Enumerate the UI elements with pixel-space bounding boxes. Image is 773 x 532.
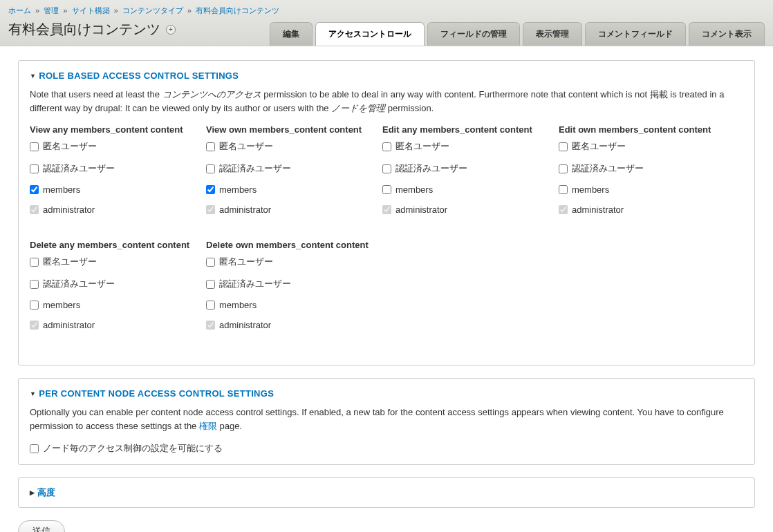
pernode-desc-post: page. <box>217 421 242 431</box>
role-label[interactable]: members <box>572 184 609 195</box>
breadcrumb-structure[interactable]: サイト構築 <box>72 6 110 15</box>
advanced-title[interactable]: ▶ 高度 <box>30 486 743 499</box>
checkbox-edit-own-admin <box>559 205 568 214</box>
perm-col-view-any: View any members_content content 匿名ユーザー … <box>30 124 206 225</box>
perm-header: Delete any members_content content <box>30 240 206 250</box>
checkbox-view-any-members[interactable] <box>30 185 39 194</box>
collapse-icon: ▼ <box>30 390 36 397</box>
pernode-checkbox-label[interactable]: ノード毎のアクセス制御の設定を可能にする <box>43 442 223 455</box>
checkbox-view-own-anon[interactable] <box>206 142 215 151</box>
checkbox-view-any-auth[interactable] <box>30 164 39 173</box>
role-label[interactable]: 匿名ユーザー <box>395 140 449 153</box>
breadcrumb-sep: » <box>187 6 192 15</box>
role-settings-title[interactable]: ▼ ROLE BASED ACCESS CONTROL SETTINGS <box>30 70 743 81</box>
role-label[interactable]: 匿名ユーザー <box>219 140 273 153</box>
tab-display[interactable]: 表示管理 <box>523 22 582 46</box>
role-label[interactable]: members <box>395 184 433 195</box>
note-post: permission. <box>385 103 434 113</box>
checkbox-view-any-anon[interactable] <box>30 142 39 151</box>
breadcrumb: ホーム » 管理 » サイト構築 » コンテンツタイプ » 有料会員向けコンテン… <box>8 6 765 16</box>
role-label[interactable]: 認証済みユーザー <box>219 278 291 290</box>
breadcrumb-sep: » <box>114 6 118 15</box>
permissions-link[interactable]: 権限 <box>199 421 217 431</box>
checkbox-delete-own-members[interactable] <box>206 301 215 310</box>
collapse-icon: ▼ <box>30 73 36 79</box>
role-label[interactable]: members <box>219 184 257 195</box>
perm-col-edit-own: Edit own members_content content 匿名ユーザー … <box>559 124 735 225</box>
breadcrumb-admin[interactable]: 管理 <box>44 6 59 15</box>
role-settings-note: Note that users need at least the コンテンツへ… <box>30 88 743 115</box>
breadcrumb-sep: » <box>63 6 67 15</box>
role-label[interactable]: 匿名ユーザー <box>572 140 626 153</box>
page-title: 有料会員向けコンテンツ + <box>8 20 176 46</box>
role-label: administrator <box>43 320 95 330</box>
checkbox-delete-any-anon[interactable] <box>30 258 39 267</box>
checkbox-delete-own-anon[interactable] <box>206 258 215 267</box>
checkbox-delete-any-auth[interactable] <box>30 280 39 289</box>
role-label: administrator <box>572 205 624 215</box>
breadcrumb-sep: » <box>35 6 39 15</box>
note-pre: Note that users need at least the <box>30 89 162 99</box>
role-label[interactable]: 匿名ユーザー <box>43 140 97 153</box>
role-label[interactable]: 認証済みユーザー <box>43 278 115 290</box>
perm-header: Edit any members_content content <box>382 124 559 135</box>
pernode-settings-panel: ▼ PER CONTENT NODE ACCESS CONTROL SETTIN… <box>18 378 755 465</box>
checkbox-edit-any-anon[interactable] <box>382 142 391 151</box>
role-label[interactable]: 認証済みユーザー <box>395 162 467 175</box>
checkbox-delete-own-admin <box>206 321 215 330</box>
role-label[interactable]: members <box>43 300 80 310</box>
checkbox-edit-own-auth[interactable] <box>559 164 568 173</box>
breadcrumb-types[interactable]: コンテンツタイプ <box>122 6 183 15</box>
checkbox-edit-any-members[interactable] <box>382 185 391 194</box>
role-settings-title-text: ROLE BASED ACCESS CONTROL SETTINGS <box>39 70 239 81</box>
plus-icon[interactable]: + <box>166 25 176 35</box>
tab-comment-fields[interactable]: コメントフィールド <box>585 22 686 46</box>
role-label[interactable]: 匿名ユーザー <box>219 256 273 268</box>
checkbox-edit-own-members[interactable] <box>559 185 568 194</box>
perm-col-edit-any: Edit any members_content content 匿名ユーザー … <box>382 124 559 225</box>
checkbox-delete-any-members[interactable] <box>30 301 39 310</box>
role-label[interactable]: 認証済みユーザー <box>219 162 291 175</box>
role-label[interactable]: 認証済みユーザー <box>572 162 644 175</box>
perm-col-delete-any: Delete any members_content content 匿名ユーザ… <box>30 240 206 340</box>
expand-icon: ▶ <box>30 489 35 496</box>
checkbox-view-own-members[interactable] <box>206 185 215 194</box>
breadcrumb-home[interactable]: ホーム <box>8 6 31 15</box>
role-settings-panel: ▼ ROLE BASED ACCESS CONTROL SETTINGS Not… <box>18 60 755 365</box>
tab-fields[interactable]: フィールドの管理 <box>427 22 520 46</box>
advanced-panel: ▶ 高度 <box>18 477 755 508</box>
checkbox-edit-any-auth[interactable] <box>382 164 391 173</box>
advanced-title-text: 高度 <box>37 486 55 499</box>
tab-comment-display[interactable]: コメント表示 <box>689 22 765 46</box>
role-label[interactable]: 匿名ユーザー <box>43 256 97 268</box>
checkbox-delete-own-auth[interactable] <box>206 280 215 289</box>
role-label[interactable]: members <box>43 184 80 195</box>
pernode-desc-pre: Optionally you can enable per content no… <box>30 407 724 431</box>
role-label: administrator <box>219 205 271 215</box>
tab-access[interactable]: アクセスコントロール <box>315 22 425 46</box>
note-em1: コンテンツへのアクセス <box>162 89 261 99</box>
tab-edit[interactable]: 編集 <box>270 22 313 46</box>
perm-header: View own members_content content <box>206 124 382 135</box>
role-label: administrator <box>43 205 95 215</box>
pernode-settings-title[interactable]: ▼ PER CONTENT NODE ACCESS CONTROL SETTIN… <box>30 388 743 399</box>
page-title-text: 有料会員向けコンテンツ <box>8 20 160 39</box>
role-label: administrator <box>395 205 447 215</box>
pernode-title-text: PER CONTENT NODE ACCESS CONTROL SETTINGS <box>39 388 274 399</box>
perm-header: Edit own members_content content <box>559 124 735 135</box>
checkbox-edit-own-anon[interactable] <box>559 142 568 151</box>
role-label[interactable]: members <box>219 300 257 310</box>
perm-col-view-own: View own members_content content 匿名ユーザー … <box>206 124 382 225</box>
role-label[interactable]: 認証済みユーザー <box>43 162 115 175</box>
perm-header: View any members_content content <box>30 124 206 135</box>
checkbox-delete-any-admin <box>30 321 39 330</box>
perm-col-delete-own: Delete own members_content content 匿名ユーザ… <box>206 240 382 340</box>
checkbox-view-any-admin <box>30 205 39 214</box>
role-label: administrator <box>219 320 271 330</box>
checkbox-enable-pernode[interactable] <box>30 444 39 453</box>
submit-button[interactable]: 送信 <box>18 520 65 532</box>
checkbox-view-own-auth[interactable] <box>206 164 215 173</box>
pernode-desc: Optionally you can enable per content no… <box>30 406 743 433</box>
breadcrumb-current[interactable]: 有料会員向けコンテンツ <box>196 6 279 15</box>
tabs: 編集 アクセスコントロール フィールドの管理 表示管理 コメントフィールド コメ… <box>270 22 765 46</box>
